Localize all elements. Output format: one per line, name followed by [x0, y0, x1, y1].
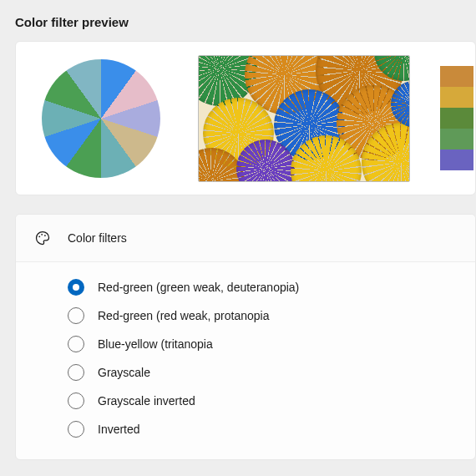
- svg-point-0: [38, 235, 40, 237]
- filter-option-grayscale[interactable]: Grayscale: [68, 364, 457, 381]
- svg-point-2: [44, 235, 46, 236]
- filter-option-label: Red-green (red weak, protanopia: [98, 309, 269, 322]
- swatch-strip: [440, 66, 473, 170]
- filter-option-label: Grayscale inverted: [98, 394, 195, 408]
- color-filter-options: Red-green (green weak, deuteranopia)Red-…: [16, 262, 475, 459]
- swatch: [440, 149, 473, 170]
- swatch: [440, 108, 473, 129]
- filter-option-protanopia[interactable]: Red-green (red weak, protanopia: [68, 307, 457, 324]
- swatch: [440, 129, 473, 149]
- filter-option-label: Red-green (green weak, deuteranopia): [98, 281, 299, 294]
- swatch: [440, 66, 473, 87]
- section-title: Color filter preview: [15, 15, 476, 29]
- filter-option-gray-inv[interactable]: Grayscale inverted: [68, 392, 457, 409]
- radio-button[interactable]: [68, 421, 84, 438]
- radio-button[interactable]: [68, 364, 84, 381]
- radio-button[interactable]: [68, 279, 84, 296]
- color-filters-label: Color filters: [68, 231, 127, 245]
- filter-option-tritanopia[interactable]: Blue-yellow (tritanopia: [68, 336, 457, 352]
- sample-photo-preview: [198, 55, 410, 182]
- color-filters-header[interactable]: Color filters: [16, 215, 475, 262]
- filter-option-label: Grayscale: [98, 366, 150, 379]
- color-wheel-preview: [34, 52, 168, 185]
- svg-point-1: [41, 234, 43, 235]
- swatch: [440, 87, 473, 108]
- radio-button[interactable]: [68, 392, 84, 409]
- filter-option-deuteranopia[interactable]: Red-green (green weak, deuteranopia): [68, 279, 457, 296]
- color-filters-card: Color filters Red-green (green weak, deu…: [15, 214, 476, 460]
- filter-option-inverted[interactable]: Inverted: [68, 421, 457, 438]
- radio-button[interactable]: [68, 307, 84, 324]
- preview-card: [15, 41, 476, 195]
- palette-icon: [34, 230, 51, 246]
- color-wheel: [42, 59, 160, 178]
- filter-option-label: Blue-yellow (tritanopia: [98, 337, 213, 351]
- filter-option-label: Inverted: [98, 423, 140, 436]
- radio-button[interactable]: [68, 336, 84, 352]
